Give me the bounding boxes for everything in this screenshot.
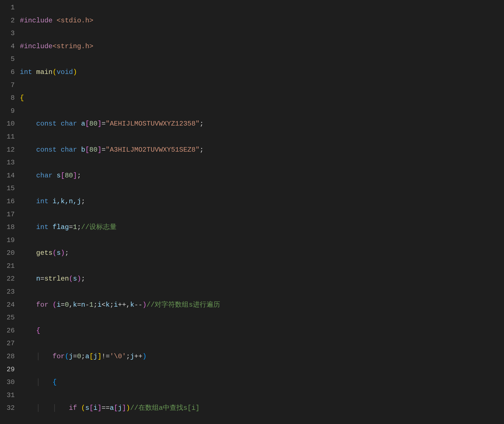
- line-number: 6: [0, 66, 20, 79]
- line-number: 4: [0, 40, 20, 53]
- line-number-active: 29: [0, 363, 20, 376]
- line-number: 14: [0, 169, 20, 182]
- code-line[interactable]: {: [20, 324, 504, 337]
- line-number: 30: [0, 376, 20, 389]
- line-number: 15: [0, 182, 20, 195]
- code-line[interactable]: for (i=0,k=n-1;i<k;i++,k--)//对字符数组s进行遍历: [20, 298, 504, 311]
- code-editor[interactable]: 1 2 3 4 5 6 7 8 9 10 11 12 13 14 15 16 1…: [0, 0, 504, 424]
- line-number: 3: [0, 27, 20, 40]
- line-number: 21: [0, 260, 20, 273]
- line-number-gutter: 1 2 3 4 5 6 7 8 9 10 11 12 13 14 15 16 1…: [0, 0, 20, 424]
- line-number: 20: [0, 247, 20, 260]
- code-line[interactable]: #include <stdio.h>: [20, 14, 504, 27]
- code-line[interactable]: const char a[80]="AEHIJLMOSTUVWXYZ12358"…: [20, 117, 504, 130]
- line-number: 2: [0, 14, 20, 27]
- line-number: 19: [0, 234, 20, 247]
- line-number: 31: [0, 389, 20, 402]
- code-line[interactable]: int main(void): [20, 66, 504, 79]
- line-number: 23: [0, 285, 20, 298]
- code-line[interactable]: char s[80];: [20, 169, 504, 182]
- code-line[interactable]: gets(s);: [20, 247, 504, 260]
- line-number: 11: [0, 130, 20, 143]
- line-number: 16: [0, 195, 20, 208]
- line-number: 28: [0, 350, 20, 363]
- code-line[interactable]: const char b[80]="A3HILJMO2TUVWXY51SEZ8"…: [20, 143, 504, 156]
- line-number: 5: [0, 53, 20, 66]
- line-number: 10: [0, 117, 20, 130]
- line-number: 26: [0, 324, 20, 337]
- line-number: 8: [0, 92, 20, 105]
- line-number: 27: [0, 337, 20, 350]
- code-line[interactable]: int i,k,n,j;: [20, 195, 504, 208]
- line-number: 32: [0, 402, 20, 415]
- line-number: 13: [0, 156, 20, 169]
- line-number: 1: [0, 1, 20, 14]
- code-line[interactable]: │ {: [20, 376, 504, 389]
- code-line[interactable]: int flag=1;//设标志量: [20, 221, 504, 234]
- line-number: 25: [0, 311, 20, 324]
- line-number: 18: [0, 221, 20, 234]
- code-line[interactable]: #include<string.h>: [20, 40, 504, 53]
- code-line[interactable]: │ │ if (s[i]==a[j])//在数组a中查找s[i]: [20, 402, 504, 415]
- line-number: 9: [0, 105, 20, 118]
- line-number: 17: [0, 208, 20, 221]
- code-line[interactable]: │ for(j=0;a[j]!='\0';j++): [20, 350, 504, 363]
- code-line[interactable]: {: [20, 92, 504, 105]
- line-number: 12: [0, 143, 20, 156]
- code-area[interactable]: #include <stdio.h> #include<string.h> in…: [20, 0, 504, 424]
- line-number: 24: [0, 298, 20, 311]
- line-number: 22: [0, 272, 20, 285]
- line-number: 7: [0, 79, 20, 92]
- code-line[interactable]: n=strlen(s);: [20, 272, 504, 285]
